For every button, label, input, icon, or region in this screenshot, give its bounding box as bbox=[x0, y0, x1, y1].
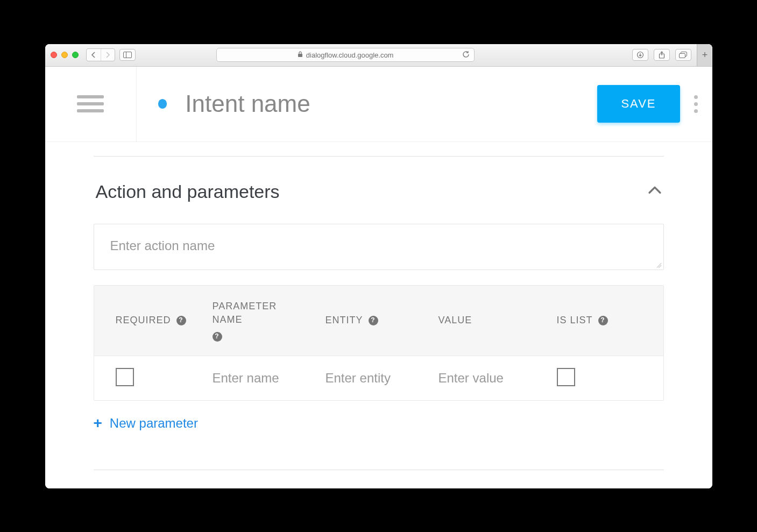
browser-window: dialogflow.cloud.google.com + bbox=[45, 44, 712, 488]
svg-rect-0 bbox=[123, 52, 131, 58]
parameters-table: REQUIRED ? PARAMETER NAME ? ENTITY ? VAL… bbox=[94, 285, 664, 401]
intent-status-dot-icon bbox=[158, 99, 167, 109]
app-content: SAVE Action and parameters bbox=[45, 67, 712, 488]
collapse-section-button[interactable] bbox=[646, 181, 664, 202]
more-options-button[interactable] bbox=[680, 67, 712, 141]
back-button[interactable] bbox=[87, 49, 101, 61]
maximize-window-button[interactable] bbox=[72, 52, 79, 58]
main-content: Action and parameters REQUIRED ? PARAMET… bbox=[45, 142, 712, 488]
chevron-up-icon bbox=[646, 181, 664, 200]
section-header: Action and parameters bbox=[94, 181, 664, 202]
sidebar-toggle-button[interactable] bbox=[119, 49, 136, 61]
kebab-dot-icon bbox=[694, 102, 698, 106]
browser-chrome: dialogflow.cloud.google.com + bbox=[45, 44, 712, 67]
divider bbox=[94, 470, 664, 470]
col-parameter-name-label: PARAMETER NAME bbox=[213, 300, 299, 327]
help-icon[interactable]: ? bbox=[369, 316, 378, 325]
help-icon[interactable]: ? bbox=[176, 316, 186, 325]
close-window-button[interactable] bbox=[51, 52, 57, 58]
hamburger-icon bbox=[77, 95, 104, 112]
col-required: REQUIRED ? bbox=[116, 300, 207, 342]
address-bar[interactable]: dialogflow.cloud.google.com bbox=[216, 48, 475, 62]
tabs-button[interactable] bbox=[675, 49, 691, 61]
divider bbox=[94, 156, 664, 157]
col-entity-label: ENTITY bbox=[326, 314, 363, 327]
help-icon[interactable]: ? bbox=[598, 316, 608, 325]
table-row bbox=[94, 356, 663, 400]
svg-rect-6 bbox=[680, 54, 685, 58]
col-entity: ENTITY ? bbox=[326, 300, 433, 342]
col-required-label: REQUIRED bbox=[116, 314, 171, 327]
help-icon[interactable]: ? bbox=[213, 332, 222, 342]
kebab-dot-icon bbox=[694, 109, 698, 113]
intent-title-area bbox=[137, 90, 598, 117]
action-name-input[interactable] bbox=[94, 224, 663, 267]
lock-icon bbox=[298, 51, 303, 59]
new-tab-button[interactable]: + bbox=[697, 44, 712, 67]
action-name-field bbox=[94, 224, 664, 270]
kebab-dot-icon bbox=[694, 95, 698, 99]
downloads-button[interactable] bbox=[632, 49, 648, 61]
window-controls bbox=[51, 52, 79, 58]
entity-input[interactable] bbox=[326, 371, 433, 386]
nav-buttons bbox=[86, 48, 115, 61]
is-list-checkbox[interactable] bbox=[557, 368, 575, 386]
share-button[interactable] bbox=[654, 49, 670, 61]
parameter-name-input[interactable] bbox=[213, 371, 320, 386]
required-checkbox[interactable] bbox=[116, 368, 134, 386]
address-bar-text: dialogflow.cloud.google.com bbox=[306, 51, 394, 59]
col-parameter-name: PARAMETER NAME ? bbox=[213, 300, 299, 342]
col-is-list: IS LIST ? bbox=[557, 300, 632, 342]
minimize-window-button[interactable] bbox=[61, 52, 68, 58]
section-title: Action and parameters bbox=[94, 181, 280, 202]
plus-icon: + bbox=[94, 415, 102, 432]
forward-button[interactable] bbox=[101, 49, 115, 61]
col-is-list-label: IS LIST bbox=[557, 314, 593, 327]
parameters-table-header: REQUIRED ? PARAMETER NAME ? ENTITY ? VAL… bbox=[94, 286, 663, 356]
save-button[interactable]: SAVE bbox=[597, 85, 680, 123]
svg-rect-2 bbox=[298, 54, 302, 57]
col-value: VALUE bbox=[438, 300, 551, 342]
new-parameter-label: New parameter bbox=[110, 416, 198, 431]
resize-handle-icon[interactable] bbox=[655, 261, 661, 267]
reload-icon[interactable] bbox=[462, 51, 470, 60]
value-input[interactable] bbox=[438, 371, 551, 386]
new-parameter-button[interactable]: + New parameter bbox=[94, 415, 198, 432]
app-header: SAVE bbox=[45, 67, 712, 142]
menu-button[interactable] bbox=[45, 67, 137, 141]
intent-name-input[interactable] bbox=[185, 90, 576, 117]
col-value-label: VALUE bbox=[438, 314, 472, 327]
